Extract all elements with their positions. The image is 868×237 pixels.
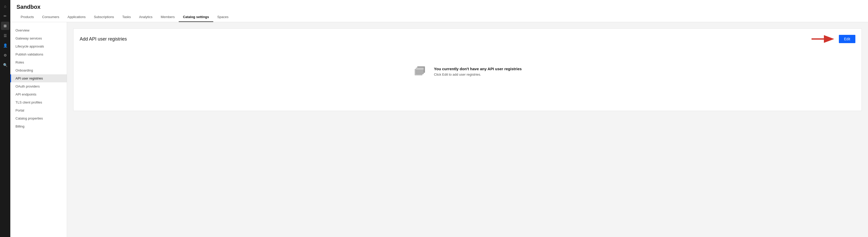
search-icon[interactable]: 🔍	[1, 61, 9, 69]
main-content: Add API user registries	[67, 22, 868, 237]
settings-icon[interactable]: ⚙	[1, 51, 9, 59]
menu-item-lifecycle-approvals[interactable]: Lifecycle approvals	[10, 42, 67, 50]
menu-item-onboarding[interactable]: Onboarding	[10, 66, 67, 75]
tab-analytics[interactable]: Analytics	[135, 12, 157, 22]
main-wrapper: Sandbox Products Consumers Applications …	[10, 0, 868, 237]
tab-members[interactable]: Members	[157, 12, 179, 22]
empty-state-heading: You currently don't have any API user re…	[434, 67, 522, 71]
content-card: Add API user registries	[73, 28, 862, 111]
card-header: Add API user registries	[80, 35, 856, 43]
menu-item-tls-client-profiles[interactable]: TLS client profiles	[10, 98, 67, 107]
menu-item-oauth-providers[interactable]: OAuth providers	[10, 82, 67, 90]
grid-icon[interactable]: ⊞	[1, 22, 9, 30]
page-title: Sandbox	[17, 0, 862, 12]
empty-state: You currently don't have any API user re…	[80, 54, 856, 90]
tab-subscriptions[interactable]: Subscriptions	[90, 12, 118, 22]
menu-item-roles[interactable]: Roles	[10, 58, 67, 66]
menu-item-api-user-registries[interactable]: API user registries	[10, 75, 67, 82]
icon-sidebar: ⌂ ✏ ⊞ ☰ 👤 ⚙ 🔍	[0, 0, 10, 237]
top-header: Sandbox Products Consumers Applications …	[10, 0, 868, 22]
content-layout: Overview Gateway services Lifecycle appr…	[10, 22, 868, 237]
edit-button[interactable]: Edit	[839, 35, 856, 43]
menu-item-publish-validations[interactable]: Publish validations	[10, 50, 67, 58]
home-icon[interactable]: ⌂	[1, 2, 9, 10]
edit-icon[interactable]: ✏	[1, 12, 9, 20]
users-icon[interactable]: 👤	[1, 41, 9, 50]
tab-applications[interactable]: Applications	[63, 12, 90, 22]
menu-item-catalog-properties[interactable]: Catalog properties	[10, 114, 67, 122]
arrow-icon	[811, 35, 835, 43]
svg-rect-5	[416, 68, 424, 70]
tab-spaces[interactable]: Spaces	[213, 12, 232, 22]
menu-item-overview[interactable]: Overview	[10, 26, 67, 34]
tab-consumers[interactable]: Consumers	[38, 12, 63, 22]
empty-state-icon	[413, 64, 429, 79]
empty-text-block: You currently don't have any API user re…	[434, 67, 522, 77]
tab-tasks[interactable]: Tasks	[118, 12, 135, 22]
tab-products[interactable]: Products	[17, 12, 38, 22]
menu-item-api-endpoints[interactable]: API endpoints	[10, 90, 67, 98]
arrow-annotation	[811, 35, 835, 43]
card-title: Add API user registries	[80, 36, 127, 42]
menu-item-gateway-services[interactable]: Gateway services	[10, 34, 67, 42]
list-icon[interactable]: ☰	[1, 31, 9, 40]
empty-state-description: Click Edit to add user registries.	[434, 72, 522, 77]
tab-catalog-settings[interactable]: Catalog settings	[179, 12, 213, 22]
top-nav: Products Consumers Applications Subscrip…	[17, 12, 862, 22]
menu-item-billing[interactable]: Billing	[10, 122, 67, 130]
menu-item-portal[interactable]: Portal	[10, 107, 67, 114]
sidebar-menu: Overview Gateway services Lifecycle appr…	[10, 22, 67, 237]
